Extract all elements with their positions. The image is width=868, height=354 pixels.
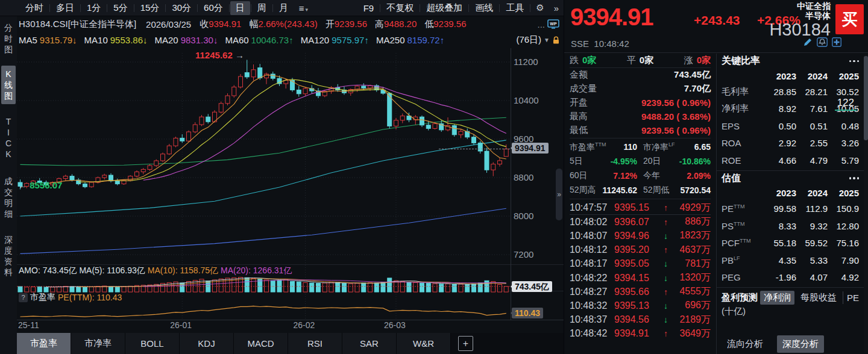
period-tab-60分[interactable]: 60分: [198, 1, 228, 15]
field-幅: 幅2.66%(243.43): [249, 19, 317, 29]
forecast-tab-PE[interactable]: PE: [843, 291, 863, 304]
stat-label-sup: TTM: [595, 141, 606, 148]
tick-time: 10:47:57: [570, 202, 614, 213]
tick-row: 10:48:129395.20↑4637万: [570, 243, 711, 257]
stat-label: 20日: [643, 156, 661, 167]
indicator-tab-MACD[interactable]: MACD: [234, 333, 288, 354]
sidebar-item-TICK[interactable]: TICK: [1, 113, 16, 163]
toolbar-button-F9[interactable]: F9: [358, 2, 380, 14]
dot: [857, 177, 860, 179]
lock-icon[interactable]: [552, 36, 560, 45]
period-tab-分时[interactable]: 分时: [20, 1, 49, 15]
period-tab-1分[interactable]: 1分: [81, 1, 106, 15]
stat-cell-市盈率: 市盈率TTM110: [570, 141, 637, 153]
metric-row-PCF: PCFTTM55.1859.5275.16: [722, 235, 859, 252]
add-watchlist-icon[interactable]: [832, 37, 841, 47]
add-indicator-icon[interactable]: +: [458, 336, 473, 351]
more-options-icon[interactable]: [849, 60, 860, 63]
toolbar-separator: [468, 4, 469, 12]
sidebar-item-深度资料[interactable]: 深度资料: [1, 231, 16, 281]
ma-legend-bar: MA59315.79↓MA109553.86↓MA209831.30↓MA601…: [17, 32, 564, 48]
quote-header: 9394.91 +243.43 +2.66% 中证全指 半导体 H30184 买…: [564, 0, 868, 53]
wp-monitor-icon[interactable]: WP: [547, 19, 560, 30]
period-tab-15分[interactable]: 15分: [135, 1, 165, 15]
gear-icon[interactable]: ⚙: [531, 2, 549, 13]
panel-collapse-handle[interactable]: »: [556, 169, 562, 220]
chevron-down-icon[interactable]: ▼: [544, 37, 550, 43]
dot: [853, 177, 855, 179]
indicator-tab-BOLL[interactable]: BOLL: [125, 333, 180, 354]
volume-bar: [122, 287, 126, 292]
indicator-tab-市净率[interactable]: 市净率: [71, 333, 125, 354]
sidebar-item-分时图[interactable]: 分时图: [1, 19, 16, 58]
scrollbar[interactable]: [864, 54, 868, 353]
candle-body: [258, 68, 262, 78]
period-tab-周[interactable]: 周: [252, 1, 272, 15]
ma10-line: [78, 79, 506, 182]
volume-bar: [381, 282, 385, 292]
candle-body: [459, 131, 463, 135]
period-tab-日[interactable]: 日: [230, 1, 250, 15]
bell-icon[interactable]: [817, 37, 828, 47]
breadth-label: 涨: [684, 55, 693, 66]
list-menu-icon[interactable]: ≡▾: [294, 2, 313, 14]
stats-row: 60日7.12%今年2.09%: [570, 169, 711, 183]
indicator-tab-W&R[interactable]: W&R: [397, 333, 451, 354]
tick-price: 9395.15: [614, 202, 664, 213]
tick-amount: 886万: [673, 216, 711, 228]
sidebar-item-char: 图: [4, 44, 13, 55]
metric-value: 2.92: [765, 138, 796, 148]
indicator-tab-市盈率[interactable]: 市盈率: [17, 333, 71, 354]
quote-time: 10:48:42: [594, 39, 629, 49]
analysis-tab-深度分析[interactable]: 深度分析: [777, 335, 824, 353]
stat-cell-60日: 60日7.12%: [570, 170, 637, 181]
toolbar-separator: [165, 4, 166, 12]
candle-body: [485, 151, 489, 170]
sidebar-item-成交明细[interactable]: 成交明细: [1, 173, 16, 222]
metric-value: 112.9: [796, 203, 828, 214]
stat-cell-市净率: 市净率LF6.65: [643, 141, 711, 153]
toolbar-button-超级叠加[interactable]: 超级叠加: [421, 1, 468, 15]
volume-bar: [109, 287, 113, 292]
sidebar-item-char: 交: [4, 187, 13, 197]
kline-canvas[interactable]: [17, 48, 564, 333]
section-title-text: 估值: [722, 172, 741, 185]
period-tab-30分[interactable]: 30分: [166, 1, 197, 15]
breadth-value: 0家: [640, 55, 653, 66]
metric-label-sup: TTM: [734, 221, 745, 227]
x-axis-tick: 26-02: [294, 320, 315, 330]
forecast-tab-净利润[interactable]: 净利润: [760, 291, 794, 305]
toolbar-button-画线[interactable]: 画线: [470, 1, 498, 15]
indicator-tab-SAR[interactable]: SAR: [342, 333, 397, 354]
indicator-tab-RSI[interactable]: RSI: [288, 333, 342, 354]
ma-label: MA5: [19, 35, 37, 45]
candle-body: [245, 73, 249, 77]
bar-count-label: (76日): [516, 34, 541, 46]
analysis-tab-流向分析[interactable]: 流向分析: [722, 335, 769, 353]
tick-time: 10:48:37: [570, 314, 614, 325]
field-label: 收: [200, 19, 209, 29]
metric-value: 28.85: [765, 87, 796, 97]
toolbar-button-工具[interactable]: 工具: [500, 1, 529, 15]
buy-button[interactable]: 买: [835, 4, 864, 34]
scrollbar-thumb[interactable]: [864, 56, 868, 140]
period-tab-多日[interactable]: 多日: [51, 1, 80, 15]
exchange-time: SSE 10:48:42: [571, 39, 629, 49]
metric-label: EPS: [722, 121, 765, 131]
toolbar-button-不复权[interactable]: 不复权: [381, 1, 419, 15]
more-options-icon[interactable]: [849, 177, 860, 179]
stat-value: 11245.62: [602, 185, 637, 195]
period-tab-月[interactable]: 月: [274, 1, 294, 15]
volume-bar: [44, 287, 48, 292]
toolbar-overflow-icon[interactable]: »: [549, 3, 564, 13]
metric-value: 30.52: [828, 87, 859, 97]
quote-row-label: 成交量: [570, 83, 597, 95]
sidebar-item-char: 线: [4, 79, 13, 90]
sidebar-item-K线图[interactable]: K线图: [1, 66, 16, 104]
x-axis-tick: 26-01: [170, 320, 192, 330]
help-icon[interactable]: ?: [19, 293, 28, 302]
pencil-icon[interactable]: [803, 37, 813, 47]
indicator-tab-KDJ[interactable]: KDJ: [180, 333, 234, 354]
forecast-tab-每股收益[interactable]: 每股收益: [797, 291, 840, 305]
period-tab-5分[interactable]: 5分: [108, 1, 133, 15]
